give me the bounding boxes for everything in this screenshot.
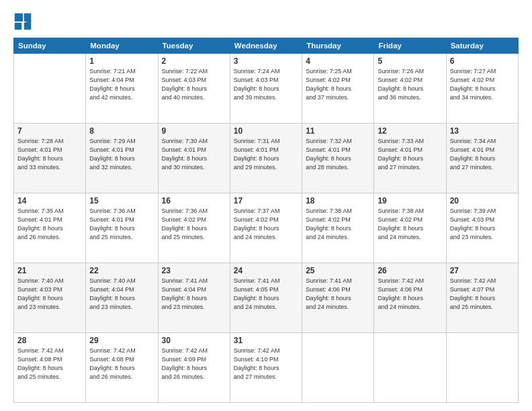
- day-info: Sunrise: 7:32 AMSunset: 4:01 PMDaylight:…: [306, 137, 370, 172]
- calendar-cell: 2Sunrise: 7:22 AMSunset: 4:03 PMDaylight…: [158, 54, 230, 124]
- weekday-header-tuesday: Tuesday: [158, 38, 230, 54]
- day-number: 27: [450, 266, 515, 275]
- day-number: 14: [17, 196, 82, 205]
- weekday-header-saturday: Saturday: [446, 38, 518, 54]
- calendar-cell: 11Sunrise: 7:32 AMSunset: 4:01 PMDayligh…: [302, 124, 374, 193]
- header: [13, 12, 519, 31]
- day-info: Sunrise: 7:36 AMSunset: 4:01 PMDaylight:…: [89, 207, 154, 242]
- day-number: 1: [89, 56, 154, 66]
- day-number: 16: [162, 196, 226, 205]
- day-info: Sunrise: 7:27 AMSunset: 4:02 PMDaylight:…: [450, 67, 515, 102]
- day-number: 12: [378, 126, 442, 136]
- day-number: 28: [17, 336, 82, 345]
- week-row-5: 28Sunrise: 7:42 AMSunset: 4:08 PMDayligh…: [14, 333, 519, 403]
- logo-icon: [13, 12, 32, 31]
- day-number: 4: [306, 56, 370, 66]
- calendar-cell: 6Sunrise: 7:27 AMSunset: 4:02 PMDaylight…: [446, 54, 518, 124]
- day-number: 8: [89, 126, 154, 136]
- calendar-cell: [14, 54, 86, 124]
- svg-rect-0: [15, 13, 23, 21]
- day-number: 11: [306, 126, 370, 136]
- page: SundayMondayTuesdayWednesdayThursdayFrid…: [0, 0, 532, 411]
- calendar-cell: 18Sunrise: 7:38 AMSunset: 4:02 PMDayligh…: [302, 193, 374, 263]
- day-info: Sunrise: 7:39 AMSunset: 4:03 PMDaylight:…: [450, 207, 515, 242]
- calendar-cell: [446, 333, 518, 403]
- day-number: 18: [306, 196, 370, 205]
- calendar-cell: 19Sunrise: 7:38 AMSunset: 4:02 PMDayligh…: [374, 193, 446, 263]
- day-info: Sunrise: 7:37 AMSunset: 4:02 PMDaylight:…: [234, 207, 298, 242]
- weekday-header-friday: Friday: [374, 38, 446, 54]
- calendar-cell: 30Sunrise: 7:42 AMSunset: 4:09 PMDayligh…: [158, 333, 230, 403]
- calendar-cell: 21Sunrise: 7:40 AMSunset: 4:03 PMDayligh…: [14, 263, 86, 333]
- weekday-header-row: SundayMondayTuesdayWednesdayThursdayFrid…: [14, 38, 519, 54]
- day-info: Sunrise: 7:42 AMSunset: 4:06 PMDaylight:…: [378, 277, 442, 312]
- calendar-cell: 13Sunrise: 7:34 AMSunset: 4:01 PMDayligh…: [446, 124, 518, 193]
- day-number: 24: [234, 266, 298, 275]
- day-info: Sunrise: 7:40 AMSunset: 4:04 PMDaylight:…: [89, 277, 154, 312]
- week-row-1: 1Sunrise: 7:21 AMSunset: 4:04 PMDaylight…: [14, 54, 519, 124]
- day-number: 22: [89, 266, 154, 275]
- day-info: Sunrise: 7:29 AMSunset: 4:01 PMDaylight:…: [89, 137, 154, 172]
- calendar-cell: 24Sunrise: 7:41 AMSunset: 4:05 PMDayligh…: [230, 263, 302, 333]
- calendar-cell: 5Sunrise: 7:26 AMSunset: 4:02 PMDaylight…: [374, 54, 446, 124]
- weekday-header-monday: Monday: [86, 38, 158, 54]
- calendar-cell: 9Sunrise: 7:30 AMSunset: 4:01 PMDaylight…: [158, 124, 230, 193]
- day-number: 19: [378, 196, 442, 205]
- calendar-cell: 17Sunrise: 7:37 AMSunset: 4:02 PMDayligh…: [230, 193, 302, 263]
- svg-rect-2: [15, 23, 22, 30]
- day-info: Sunrise: 7:35 AMSunset: 4:01 PMDaylight:…: [17, 207, 82, 242]
- weekday-header-wednesday: Wednesday: [230, 38, 302, 54]
- day-info: Sunrise: 7:41 AMSunset: 4:05 PMDaylight:…: [234, 277, 298, 312]
- svg-marker-3: [24, 20, 32, 30]
- calendar-cell: 27Sunrise: 7:42 AMSunset: 4:07 PMDayligh…: [446, 263, 518, 333]
- calendar-cell: 31Sunrise: 7:42 AMSunset: 4:10 PMDayligh…: [230, 333, 302, 403]
- day-number: 15: [89, 196, 154, 205]
- day-number: 31: [234, 336, 298, 345]
- calendar-cell: 8Sunrise: 7:29 AMSunset: 4:01 PMDaylight…: [86, 124, 158, 193]
- day-number: 13: [450, 126, 515, 136]
- calendar-cell: 16Sunrise: 7:36 AMSunset: 4:02 PMDayligh…: [158, 193, 230, 263]
- calendar-cell: 23Sunrise: 7:41 AMSunset: 4:04 PMDayligh…: [158, 263, 230, 333]
- day-info: Sunrise: 7:31 AMSunset: 4:01 PMDaylight:…: [234, 137, 298, 172]
- calendar-cell: 10Sunrise: 7:31 AMSunset: 4:01 PMDayligh…: [230, 124, 302, 193]
- day-info: Sunrise: 7:42 AMSunset: 4:10 PMDaylight:…: [234, 347, 298, 381]
- day-info: Sunrise: 7:40 AMSunset: 4:03 PMDaylight:…: [17, 277, 82, 312]
- day-info: Sunrise: 7:34 AMSunset: 4:01 PMDaylight:…: [450, 137, 515, 172]
- week-row-2: 7Sunrise: 7:28 AMSunset: 4:01 PMDaylight…: [14, 124, 519, 193]
- day-number: 20: [450, 196, 515, 205]
- day-number: 26: [378, 266, 442, 275]
- day-info: Sunrise: 7:28 AMSunset: 4:01 PMDaylight:…: [17, 137, 82, 172]
- calendar-cell: 3Sunrise: 7:24 AMSunset: 4:03 PMDaylight…: [230, 54, 302, 124]
- calendar-cell: 14Sunrise: 7:35 AMSunset: 4:01 PMDayligh…: [14, 193, 86, 263]
- calendar-cell: 22Sunrise: 7:40 AMSunset: 4:04 PMDayligh…: [86, 263, 158, 333]
- day-number: 7: [17, 126, 82, 136]
- day-number: 25: [306, 266, 370, 275]
- day-info: Sunrise: 7:26 AMSunset: 4:02 PMDaylight:…: [378, 67, 442, 102]
- weekday-header-thursday: Thursday: [302, 38, 374, 54]
- day-number: 21: [17, 266, 82, 275]
- weekday-header-sunday: Sunday: [14, 38, 86, 54]
- day-info: Sunrise: 7:36 AMSunset: 4:02 PMDaylight:…: [162, 207, 226, 242]
- calendar-cell: [374, 333, 446, 403]
- day-info: Sunrise: 7:38 AMSunset: 4:02 PMDaylight:…: [378, 207, 442, 242]
- day-number: 23: [162, 266, 226, 275]
- day-info: Sunrise: 7:41 AMSunset: 4:06 PMDaylight:…: [306, 277, 370, 312]
- calendar-cell: 28Sunrise: 7:42 AMSunset: 4:08 PMDayligh…: [14, 333, 86, 403]
- day-number: 5: [378, 56, 442, 66]
- day-number: 9: [162, 126, 226, 136]
- day-info: Sunrise: 7:41 AMSunset: 4:04 PMDaylight:…: [162, 277, 226, 312]
- week-row-3: 14Sunrise: 7:35 AMSunset: 4:01 PMDayligh…: [14, 193, 519, 263]
- calendar-cell: [302, 333, 374, 403]
- calendar-cell: 26Sunrise: 7:42 AMSunset: 4:06 PMDayligh…: [374, 263, 446, 333]
- calendar-cell: 29Sunrise: 7:42 AMSunset: 4:08 PMDayligh…: [86, 333, 158, 403]
- calendar-cell: 15Sunrise: 7:36 AMSunset: 4:01 PMDayligh…: [86, 193, 158, 263]
- logo: [13, 12, 35, 31]
- day-info: Sunrise: 7:22 AMSunset: 4:03 PMDaylight:…: [162, 67, 226, 102]
- day-number: 30: [162, 336, 226, 345]
- svg-rect-1: [24, 13, 32, 21]
- day-number: 6: [450, 56, 515, 66]
- day-info: Sunrise: 7:25 AMSunset: 4:02 PMDaylight:…: [306, 67, 370, 102]
- day-number: 3: [234, 56, 298, 66]
- day-info: Sunrise: 7:33 AMSunset: 4:01 PMDaylight:…: [378, 137, 442, 172]
- day-info: Sunrise: 7:24 AMSunset: 4:03 PMDaylight:…: [234, 67, 298, 102]
